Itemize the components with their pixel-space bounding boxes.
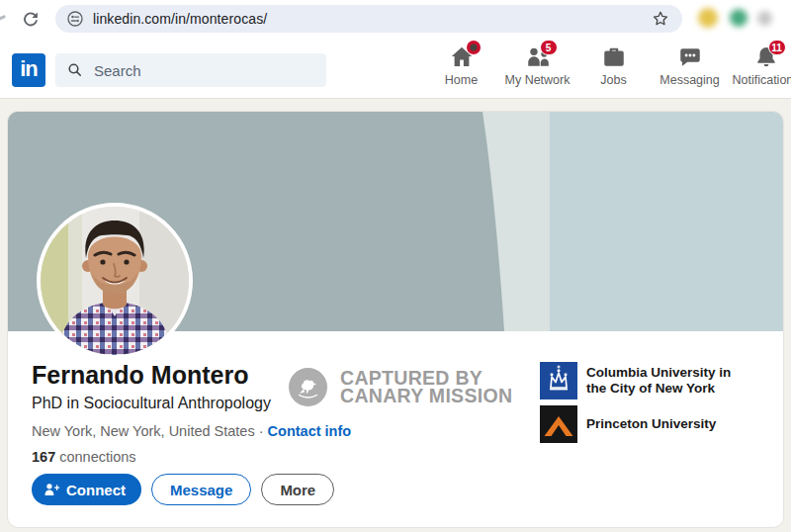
notifications-badge: 11 bbox=[768, 40, 786, 55]
search-icon bbox=[66, 61, 84, 79]
extension-icon[interactable] bbox=[698, 8, 718, 28]
connections-count: 167 bbox=[32, 449, 55, 465]
reload-button[interactable] bbox=[20, 8, 42, 30]
jobs-icon bbox=[601, 44, 627, 70]
reload-icon bbox=[20, 8, 42, 30]
more-label: More bbox=[280, 482, 315, 498]
home-notification-badge bbox=[467, 41, 481, 54]
nav-item-my-network[interactable]: 5 My Network bbox=[499, 38, 575, 99]
messaging-icon bbox=[677, 44, 703, 70]
nav-items: Home 5 My Network bbox=[423, 38, 791, 99]
extension-icon[interactable] bbox=[730, 9, 747, 27]
nav-label: Messaging bbox=[659, 73, 719, 87]
watermark-line2: CANARY MISSION bbox=[340, 387, 512, 404]
education-item-princeton[interactable]: Princeton University bbox=[540, 405, 777, 443]
profile-location: New York, New York, United States bbox=[32, 423, 255, 439]
watermark-text: CAPTURED BY CANARY MISSION bbox=[340, 369, 512, 404]
nav-label: Jobs bbox=[600, 73, 626, 87]
canary-mission-watermark: CAPTURED BY CANARY MISSION bbox=[289, 368, 512, 406]
connect-button[interactable]: Connect bbox=[32, 474, 141, 505]
search-input[interactable] bbox=[92, 61, 304, 80]
action-buttons: Connect Message More bbox=[32, 474, 334, 505]
connections-label: connections bbox=[55, 449, 135, 465]
nav-item-jobs[interactable]: Jobs bbox=[575, 38, 652, 99]
linkedin-navbar: in Home bbox=[0, 38, 791, 99]
connect-label: Connect bbox=[66, 482, 126, 498]
message-button[interactable]: Message bbox=[151, 474, 251, 505]
message-label: Message bbox=[170, 482, 232, 498]
bookmark-star-icon[interactable] bbox=[651, 9, 670, 29]
search-box[interactable] bbox=[55, 53, 326, 87]
url-text[interactable]: linkedin.com/in/monterocas/ bbox=[93, 11, 651, 27]
linkedin-logo[interactable]: in bbox=[12, 53, 45, 87]
education-name: Columbia University in the City of New Y… bbox=[586, 365, 754, 397]
contact-info-link[interactable]: Contact info bbox=[268, 423, 352, 439]
princeton-university-logo bbox=[540, 405, 577, 443]
my-network-badge: 5 bbox=[540, 40, 558, 55]
nav-label: Home bbox=[445, 73, 478, 87]
profile-name: Fernando Montero bbox=[32, 361, 248, 390]
education-item-columbia[interactable]: Columbia University in the City of New Y… bbox=[540, 362, 777, 399]
education-name: Princeton University bbox=[586, 416, 754, 432]
extension-icon[interactable] bbox=[757, 11, 772, 26]
education-list: Columbia University in the City of New Y… bbox=[540, 362, 777, 449]
person-add-icon bbox=[44, 482, 60, 498]
screen: linkedin.com/in/monterocas/ in bbox=[0, 0, 791, 532]
browser-toolbar: linkedin.com/in/monterocas/ bbox=[0, 0, 791, 38]
columbia-university-logo bbox=[540, 362, 577, 399]
more-button[interactable]: More bbox=[261, 474, 334, 505]
location-row: New York, New York, United States · Cont… bbox=[32, 423, 351, 439]
connections-row[interactable]: 167 connections bbox=[32, 449, 136, 465]
nav-item-home[interactable]: Home bbox=[423, 38, 499, 99]
avatar-illustration bbox=[41, 207, 189, 355]
nav-item-messaging[interactable]: Messaging bbox=[652, 38, 728, 99]
nav-label: My Network bbox=[505, 73, 571, 87]
nav-item-notifications[interactable]: 11 Notifications bbox=[728, 38, 791, 99]
canary-bird-icon bbox=[289, 368, 327, 406]
nav-label: Notifications bbox=[732, 73, 791, 87]
profile-headline: PhD in Sociocultural Anthropology bbox=[32, 395, 271, 412]
profile-photo[interactable] bbox=[37, 203, 193, 359]
profile-card: Fernando Montero PhD in Sociocultural An… bbox=[8, 112, 783, 527]
site-settings-icon[interactable] bbox=[65, 9, 85, 29]
separator: · bbox=[259, 423, 264, 439]
nav-arrow-fragment-icon bbox=[0, 15, 6, 22]
address-bar[interactable]: linkedin.com/in/monterocas/ bbox=[55, 5, 682, 33]
